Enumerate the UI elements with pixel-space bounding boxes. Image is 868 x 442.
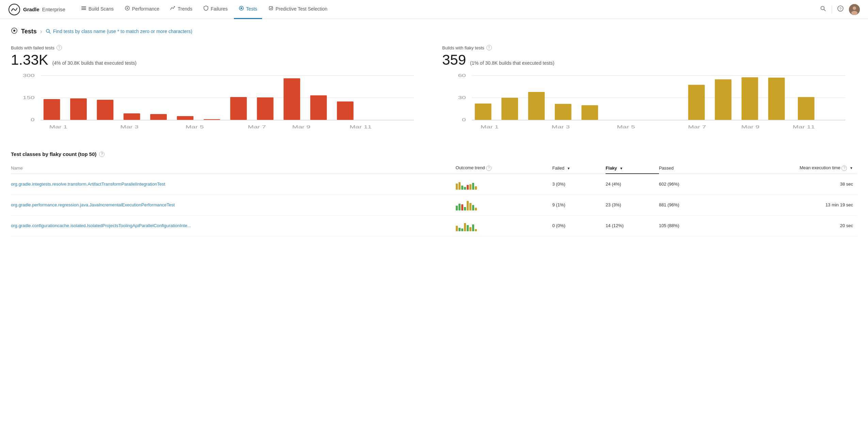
table-row: org.gradle.performance.regression.java.J… bbox=[11, 194, 857, 215]
tests-breadcrumb-icon bbox=[11, 27, 18, 35]
navbar: Gradle Enterprise Build Scans Performanc… bbox=[0, 0, 868, 19]
nav-item-build-scans[interactable]: Build Scans bbox=[76, 0, 118, 19]
svg-rect-32 bbox=[204, 119, 220, 120]
breadcrumb: Tests › Find tests by class name (use * … bbox=[11, 27, 857, 35]
nav-item-failures[interactable]: Failures bbox=[198, 0, 232, 19]
nav-item-performance[interactable]: Performance bbox=[120, 0, 164, 19]
trend-bar bbox=[464, 223, 466, 231]
svg-point-14 bbox=[853, 6, 856, 10]
passed-count-3: 105 (88%) bbox=[659, 215, 718, 236]
trend-bar bbox=[456, 206, 458, 210]
failed-info-icon[interactable]: ? bbox=[57, 45, 62, 50]
outcome-trend-2 bbox=[456, 194, 552, 215]
brand-enterprise: Enterprise bbox=[42, 6, 65, 12]
flaky-sort-arrow: ▼ bbox=[620, 167, 623, 170]
svg-rect-57 bbox=[688, 85, 705, 120]
search-icon[interactable] bbox=[820, 5, 826, 13]
failed-count-2: 9 (1%) bbox=[552, 194, 606, 215]
svg-rect-56 bbox=[715, 79, 732, 120]
trend-bar bbox=[472, 183, 474, 190]
trend-bar bbox=[464, 207, 466, 210]
predictive-icon bbox=[268, 5, 274, 12]
svg-rect-54 bbox=[555, 104, 572, 120]
outcome-trend-3 bbox=[456, 215, 552, 236]
performance-icon bbox=[125, 5, 130, 12]
table-header: Name Outcome trend ? Failed ▼ Flaky ▼ Pa… bbox=[11, 162, 857, 174]
svg-line-19 bbox=[49, 32, 50, 33]
failed-count-1: 3 (0%) bbox=[552, 174, 606, 194]
flaky-builds-value: 359 (1% of 30.8K builds that executed te… bbox=[442, 52, 857, 68]
svg-text:Mar 3: Mar 3 bbox=[120, 125, 139, 129]
nav-label-trends: Trends bbox=[178, 6, 192, 12]
breadcrumb-separator: › bbox=[40, 28, 42, 35]
svg-text:Mar 5: Mar 5 bbox=[186, 125, 204, 129]
failures-icon bbox=[203, 5, 209, 12]
brand[interactable]: Gradle Enterprise bbox=[8, 3, 65, 16]
test-name-1[interactable]: org.gradle.integtests.resolve.transform.… bbox=[11, 174, 456, 194]
flaky-builds-chart: 60 30 0 Mar 1 bbox=[442, 72, 857, 140]
test-name-3[interactable]: org.gradle.configurationcache.isolated.I… bbox=[11, 215, 456, 236]
flaky-info-icon[interactable]: ? bbox=[486, 45, 492, 50]
nav-item-predictive[interactable]: Predictive Test Selection bbox=[263, 0, 332, 19]
test-search-link[interactable]: Find tests by class name (use * to match… bbox=[46, 29, 192, 34]
trend-bar bbox=[461, 204, 463, 210]
flaky-count-1: 24 (4%) bbox=[606, 174, 659, 194]
svg-rect-26 bbox=[44, 99, 60, 120]
col-passed[interactable]: Passed bbox=[659, 162, 718, 174]
svg-rect-58 bbox=[741, 77, 758, 120]
mean-time-sort-arrow: ▼ bbox=[850, 166, 853, 170]
mean-time-2: 13 min 19 sec bbox=[718, 194, 857, 215]
svg-rect-34 bbox=[257, 97, 274, 120]
flaky-count-3: 14 (12%) bbox=[606, 215, 659, 236]
breadcrumb-title: Tests bbox=[21, 28, 37, 35]
trend-bar bbox=[459, 228, 461, 231]
table-body: org.gradle.integtests.resolve.transform.… bbox=[11, 174, 857, 236]
svg-rect-8 bbox=[269, 6, 273, 10]
help-icon[interactable]: ? bbox=[837, 5, 843, 13]
col-flaky[interactable]: Flaky ▼ bbox=[606, 162, 659, 174]
col-outcome-trend[interactable]: Outcome trend ? bbox=[456, 162, 552, 174]
failed-builds-chart: 300 150 0 bbox=[11, 72, 426, 140]
trend-bar bbox=[467, 225, 469, 231]
nav-label-predictive: Predictive Test Selection bbox=[276, 6, 327, 12]
svg-rect-31 bbox=[177, 116, 194, 120]
nav-item-trends[interactable]: Trends bbox=[165, 0, 197, 19]
svg-rect-37 bbox=[337, 101, 354, 120]
brand-gradle: Gradle bbox=[23, 6, 39, 12]
svg-text:Mar 3: Mar 3 bbox=[552, 125, 570, 129]
col-failed[interactable]: Failed ▼ bbox=[552, 162, 606, 174]
col-mean-time[interactable]: Mean execution time ? ▼ bbox=[718, 162, 857, 174]
trend-bar bbox=[469, 184, 471, 190]
svg-point-5 bbox=[127, 7, 128, 9]
nav-label-tests: Tests bbox=[246, 6, 257, 12]
svg-rect-27 bbox=[70, 98, 87, 120]
svg-rect-29 bbox=[124, 113, 140, 120]
trend-bar bbox=[464, 187, 466, 190]
svg-point-15 bbox=[851, 11, 857, 15]
search-breadcrumb-icon bbox=[46, 29, 51, 34]
flaky-builds-label: Builds with flaky tests ? bbox=[442, 45, 857, 50]
svg-text:0: 0 bbox=[31, 117, 35, 122]
nav-item-tests[interactable]: Tests bbox=[234, 0, 262, 19]
trend-bar bbox=[469, 227, 471, 231]
trend-bar bbox=[475, 208, 477, 210]
build-scans-icon bbox=[81, 5, 86, 12]
table-info-icon[interactable]: ? bbox=[99, 152, 105, 157]
user-avatar[interactable] bbox=[849, 4, 860, 15]
failed-builds-value: 1.33K (4% of 30.8K builds that executed … bbox=[11, 52, 426, 68]
trend-bar bbox=[472, 224, 474, 231]
flaky-chart-svg: 60 30 0 Mar 1 bbox=[442, 72, 857, 140]
trend-bar bbox=[475, 186, 477, 190]
svg-text:300: 300 bbox=[23, 73, 35, 78]
trend-bar bbox=[461, 186, 463, 190]
trend-bar bbox=[472, 205, 474, 210]
test-name-2[interactable]: org.gradle.performance.regression.java.J… bbox=[11, 194, 456, 215]
svg-rect-59 bbox=[768, 78, 785, 120]
mean-time-info-icon[interactable]: ? bbox=[841, 165, 847, 171]
svg-rect-1 bbox=[81, 6, 86, 7]
table-row: org.gradle.integtests.resolve.transform.… bbox=[11, 174, 857, 194]
outcome-info-icon[interactable]: ? bbox=[486, 165, 492, 171]
svg-text:Mar 1: Mar 1 bbox=[49, 125, 67, 129]
nav-divider bbox=[832, 5, 832, 14]
test-classes-table-section: Test classes by flaky count (top 50) ? N… bbox=[11, 151, 857, 236]
